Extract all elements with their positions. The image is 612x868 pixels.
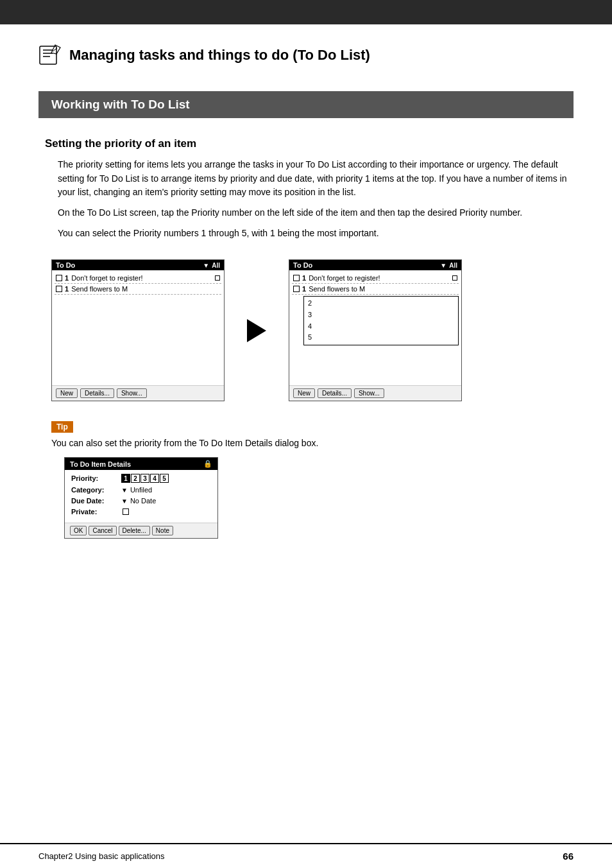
tip-text: You can also set the priority from the T… (51, 438, 561, 448)
dialog-category-value: Unfiled (130, 486, 152, 494)
footer-chapter-text: Using basic applications (72, 851, 164, 861)
dialog-private-checkbox[interactable] (123, 508, 129, 515)
palm-footer-right: New Details... Show... (289, 386, 461, 401)
dialog-priority-label: Priority: (71, 474, 117, 482)
arrow-container (237, 319, 276, 342)
palm-row-text-left-1: Don't forget to register! (71, 274, 215, 282)
pri-btn-5[interactable]: 5 (160, 474, 169, 483)
palm-priority-left-2[interactable]: 1 (65, 285, 69, 293)
palm-body-left: 1 Don't forget to register! 1 Send flowe… (52, 270, 224, 386)
tip-box: Tip You can also set the priority from t… (51, 421, 561, 539)
palm-checkbox-left-1[interactable] (56, 275, 62, 281)
dialog-cancel-button[interactable]: Cancel (89, 526, 116, 535)
palm-note-icon-left-1 (215, 275, 220, 281)
priority-option-3[interactable]: 3 (308, 309, 454, 321)
bottom-footer: Chapter2 Using basic applications 66 (0, 843, 612, 868)
section-header: Working with To Do List (38, 91, 574, 118)
palm-all-label-right: All (449, 262, 457, 269)
palm-title-left-label: To Do (56, 261, 75, 269)
palm-details-button-left[interactable]: Details... (80, 388, 114, 398)
palm-new-button-left[interactable]: New (56, 388, 78, 398)
pri-btn-2[interactable]: 2 (131, 474, 140, 483)
palm-show-button-right[interactable]: Show... (354, 388, 384, 398)
pri-btn-1[interactable]: 1 (121, 474, 130, 483)
priority-dropdown[interactable]: 2 3 4 5 (303, 296, 459, 345)
palm-dropdown-icon-left[interactable]: ▼ (203, 262, 209, 269)
palm-title-bar-right: To Do ▼ All (289, 260, 461, 270)
palm-row-left-1: 1 Don't forget to register! (55, 273, 221, 284)
palm-priority-right-1[interactable]: 1 (302, 274, 306, 282)
footer-chapter-label: Chapter (38, 851, 68, 861)
dialog-duedate-row: Due Date: ▼ No Date (71, 497, 211, 505)
body-para-3: You can select the Priority numbers 1 th… (58, 227, 574, 241)
palm-checkbox-left-2[interactable] (56, 286, 62, 292)
footer-page-num: 66 (563, 851, 574, 862)
priority-option-4[interactable]: 4 (308, 321, 454, 333)
footer-chapter: Chapter2 Using basic applications (38, 851, 165, 861)
page-title-icon (38, 44, 62, 67)
dialog-ok-button[interactable]: OK (70, 526, 87, 535)
palm-row-left-2: 1 Send flowers to M (55, 284, 221, 295)
dialog-body: Priority: 1 2 3 4 5 Category: ▼ Unfiled … (65, 470, 217, 523)
palm-row-text-right-2: Send flowers to M (309, 285, 457, 293)
priority-buttons: 1 2 3 4 5 (121, 474, 169, 483)
palm-show-button-left[interactable]: Show... (117, 388, 147, 398)
palm-row-right-2: 1 Send flowers to M (292, 284, 459, 295)
palm-footer-left: New Details... Show... (52, 386, 224, 401)
palm-all-label-left: All (212, 262, 220, 269)
palm-title-bar-left: To Do ▼ All (52, 260, 224, 270)
body-para-2: On the To Do List screen, tap the Priori… (58, 206, 574, 220)
dialog-duedate-dropdown-icon[interactable]: ▼ (121, 498, 128, 505)
dialog-duedate-label: Due Date: (71, 497, 117, 505)
main-content: Managing tasks and things to do (To Do L… (0, 24, 612, 587)
pri-btn-4[interactable]: 4 (150, 474, 159, 483)
svg-rect-0 (40, 46, 56, 64)
dialog-note-button[interactable]: Note (152, 526, 173, 535)
arrow-right-icon (247, 319, 266, 342)
palm-priority-right-2-selected[interactable]: 1 (302, 285, 306, 293)
dialog-delete-button[interactable]: Delete... (119, 526, 150, 535)
palm-row-text-right-1: Don't forget to register! (309, 274, 452, 282)
palm-body-right: 1 Don't forget to register! 1 Send flowe… (289, 270, 461, 386)
subsection-heading: Setting the priority of an item (45, 137, 574, 150)
tip-label: Tip (51, 421, 73, 433)
palm-checkbox-right-2[interactable] (293, 286, 300, 292)
palm-screen-right: To Do ▼ All 1 Don't forget to register! … (289, 259, 462, 401)
dialog-category-dropdown-icon[interactable]: ▼ (121, 487, 128, 494)
dialog-private-label: Private: (71, 508, 117, 516)
palm-title-right-label: To Do (293, 261, 312, 269)
palm-screen-left: To Do ▼ All 1 Don't forget to register! … (51, 259, 225, 401)
palm-details-button-right[interactable]: Details... (318, 388, 352, 398)
palm-priority-left-1[interactable]: 1 (65, 274, 69, 282)
dialog-title-bar: To Do Item Details 🔒 (65, 458, 217, 470)
palm-row-text-left-2: Send flowers to M (71, 285, 220, 293)
dialog-title-text: To Do Item Details (70, 460, 131, 468)
palm-new-button-right[interactable]: New (293, 388, 315, 398)
palm-dropdown-icon-right[interactable]: ▼ (440, 262, 446, 269)
dialog-lock-icon: 🔒 (203, 460, 212, 468)
priority-option-5[interactable]: 5 (308, 332, 454, 343)
body-para-1: The priority setting for items lets you … (58, 158, 574, 200)
priority-option-2[interactable]: 2 (308, 298, 454, 309)
dialog-category-row: Category: ▼ Unfiled (71, 486, 211, 494)
page-title-section: Managing tasks and things to do (To Do L… (38, 44, 574, 73)
palm-checkbox-right-1[interactable] (293, 275, 300, 281)
palm-row-right-1: 1 Don't forget to register! (292, 273, 459, 284)
palm-note-icon-right-1 (452, 275, 457, 281)
dialog-footer: OK Cancel Delete... Note (65, 523, 217, 538)
page-title: Managing tasks and things to do (To Do L… (69, 47, 370, 64)
todo-details-dialog: To Do Item Details 🔒 Priority: 1 2 3 4 5… (64, 457, 218, 539)
palm-title-left-right: ▼ All (203, 262, 220, 269)
dialog-duedate-value: No Date (130, 497, 156, 505)
dialog-category-label: Category: (71, 486, 117, 494)
dialog-priority-row: Priority: 1 2 3 4 5 (71, 474, 211, 483)
top-bar (0, 0, 612, 24)
dialog-private-row: Private: (71, 508, 211, 516)
palm-title-right-right: ▼ All (440, 262, 457, 269)
screenshots-row: To Do ▼ All 1 Don't forget to register! … (51, 259, 574, 401)
pri-btn-3[interactable]: 3 (140, 474, 149, 483)
